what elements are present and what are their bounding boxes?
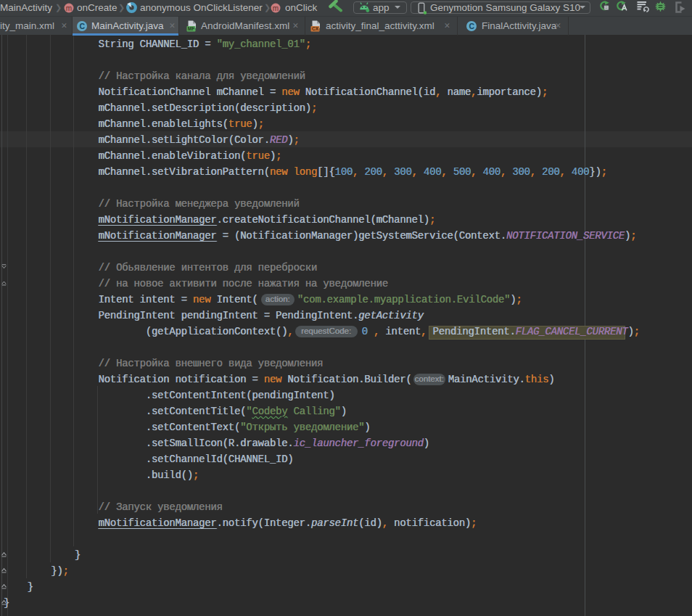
svg-text:CX: CX [312, 26, 319, 31]
svg-text:m: m [273, 4, 279, 12]
svg-text:C: C [469, 22, 474, 30]
svg-text:MF: MF [188, 26, 194, 31]
svg-text:C: C [79, 22, 85, 30]
svg-text:m: m [66, 4, 72, 12]
